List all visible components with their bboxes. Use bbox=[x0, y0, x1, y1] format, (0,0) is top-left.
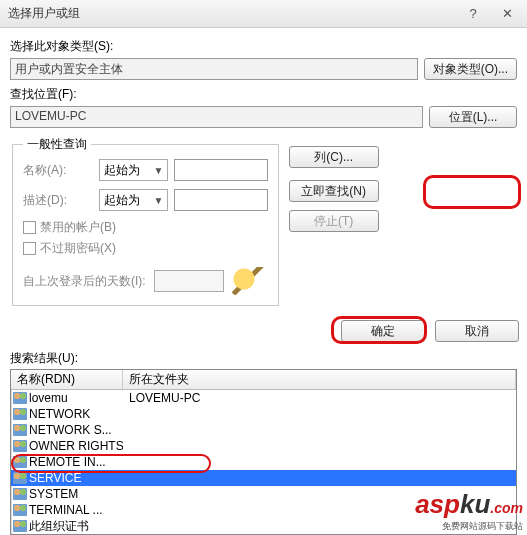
table-row[interactable]: OWNER RIGHTS bbox=[11, 438, 516, 454]
titlebar: 选择用户或组 ? ✕ bbox=[0, 0, 527, 28]
disabled-accounts-label: 禁用的帐户(B) bbox=[40, 219, 116, 236]
row-name: NETWORK bbox=[29, 407, 90, 421]
close-icon[interactable]: ✕ bbox=[495, 6, 519, 22]
disabled-accounts-checkbox[interactable] bbox=[23, 221, 36, 234]
window-title: 选择用户或组 bbox=[8, 5, 80, 22]
object-type-input[interactable]: 用户或内置安全主体 bbox=[10, 58, 418, 80]
row-name: SERVICE bbox=[29, 471, 81, 485]
common-queries-group: 一般性查询 名称(A): 起始为 ▼ 描述(D): 起始为 ▼ 禁用的 bbox=[12, 144, 279, 306]
results-header: 名称(RDN) 所在文件夹 bbox=[11, 370, 516, 390]
days-since-logon-input[interactable] bbox=[154, 270, 224, 292]
row-name: SYSTEM bbox=[29, 487, 78, 501]
days-since-logon-label: 自上次登录后的天数(I): bbox=[23, 273, 146, 290]
column-name[interactable]: 名称(RDN) bbox=[11, 370, 123, 389]
principal-icon bbox=[13, 408, 27, 420]
location-section: 查找位置(F): LOVEMU-PC 位置(L)... bbox=[10, 86, 517, 128]
row-name: 此组织证书 bbox=[29, 518, 89, 535]
name-label: 名称(A): bbox=[23, 162, 93, 179]
table-row[interactable]: SERVICE bbox=[11, 470, 516, 486]
window-controls: ? ✕ bbox=[461, 6, 519, 22]
chevron-down-icon: ▼ bbox=[154, 165, 164, 176]
locations-button[interactable]: 位置(L)... bbox=[429, 106, 517, 128]
name-match-value: 起始为 bbox=[104, 162, 140, 179]
non-expiring-password-label: 不过期密码(X) bbox=[40, 240, 116, 257]
principal-icon bbox=[13, 488, 27, 500]
description-match-value: 起始为 bbox=[104, 192, 140, 209]
table-row[interactable]: NETWORK bbox=[11, 406, 516, 422]
search-icon bbox=[232, 267, 268, 295]
common-queries-legend: 一般性查询 bbox=[23, 136, 91, 153]
ok-button[interactable]: 确定 bbox=[341, 320, 425, 342]
principal-icon bbox=[13, 456, 27, 468]
cancel-button[interactable]: 取消 bbox=[435, 320, 519, 342]
location-input[interactable]: LOVEMU-PC bbox=[10, 106, 423, 128]
search-results-label: 搜索结果(U): bbox=[10, 350, 527, 367]
object-types-button[interactable]: 对象类型(O)... bbox=[424, 58, 517, 80]
watermark: aspku.com 免费网站源码下载站 bbox=[415, 489, 523, 533]
row-folder: LOVEMU-PC bbox=[123, 391, 516, 405]
principal-icon bbox=[13, 424, 27, 436]
row-name: NETWORK S... bbox=[29, 423, 112, 437]
description-text-input[interactable] bbox=[174, 189, 267, 211]
description-match-combo[interactable]: 起始为 ▼ bbox=[99, 189, 168, 211]
row-name: REMOTE IN... bbox=[29, 455, 106, 469]
column-folder[interactable]: 所在文件夹 bbox=[123, 370, 516, 389]
help-icon[interactable]: ? bbox=[461, 6, 485, 22]
principal-icon bbox=[13, 504, 27, 516]
principal-icon bbox=[13, 440, 27, 452]
description-label: 描述(D): bbox=[23, 192, 93, 209]
name-match-combo[interactable]: 起始为 ▼ bbox=[99, 159, 168, 181]
find-now-button[interactable]: 立即查找(N) bbox=[289, 180, 379, 202]
row-name: lovemu bbox=[29, 391, 68, 405]
row-name: OWNER RIGHTS bbox=[29, 439, 123, 453]
object-type-section: 选择此对象类型(S): 用户或内置安全主体 对象类型(O)... bbox=[10, 38, 517, 80]
chevron-down-icon: ▼ bbox=[154, 195, 164, 206]
stop-button[interactable]: 停止(T) bbox=[289, 210, 379, 232]
non-expiring-password-checkbox[interactable] bbox=[23, 242, 36, 255]
row-name: TERMINAL ... bbox=[29, 503, 103, 517]
columns-button[interactable]: 列(C)... bbox=[289, 146, 379, 168]
table-row[interactable]: REMOTE IN... bbox=[11, 454, 516, 470]
principal-icon bbox=[13, 472, 27, 484]
object-type-label: 选择此对象类型(S): bbox=[10, 38, 517, 55]
table-row[interactable]: NETWORK S... bbox=[11, 422, 516, 438]
name-text-input[interactable] bbox=[174, 159, 267, 181]
principal-icon bbox=[13, 392, 27, 404]
principal-icon bbox=[13, 520, 27, 532]
location-label: 查找位置(F): bbox=[10, 86, 517, 103]
table-row[interactable]: lovemuLOVEMU-PC bbox=[11, 390, 516, 406]
